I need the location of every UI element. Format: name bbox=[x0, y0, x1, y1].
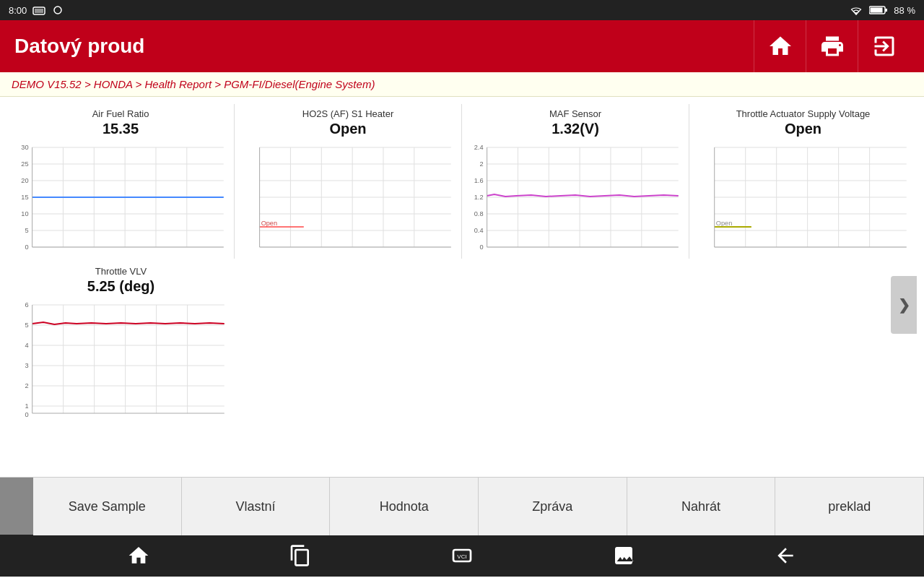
svg-text:1.2: 1.2 bbox=[474, 194, 484, 201]
nav-back-button[interactable] bbox=[774, 544, 797, 567]
svg-text:0.4: 0.4 bbox=[474, 227, 484, 234]
battery-icon bbox=[869, 5, 888, 15]
chart-throttle-actuator: Throttle Actuator Supply Voltage Open bbox=[689, 104, 917, 259]
svg-text:0: 0 bbox=[25, 411, 28, 418]
chart-label-0: Air Fuel Ratio bbox=[92, 108, 149, 119]
home-button[interactable] bbox=[754, 20, 806, 72]
chart-throttle-vlv: Throttle VLV 5.25 (deg) 6 5 bbox=[7, 262, 235, 423]
preklad-button[interactable]: preklad bbox=[775, 478, 924, 535]
toolbar-spacer bbox=[0, 478, 33, 535]
svg-text:15: 15 bbox=[21, 194, 28, 201]
svg-text:6: 6 bbox=[25, 301, 28, 309]
svg-text:5: 5 bbox=[25, 227, 28, 234]
chart-value-1: Open bbox=[329, 121, 366, 137]
exit-icon bbox=[871, 33, 897, 59]
chart-graph-3: Open bbox=[692, 140, 914, 256]
status-left: 8:00 bbox=[9, 5, 64, 16]
hodnota-button[interactable]: Hodnota bbox=[330, 478, 479, 535]
svg-text:0: 0 bbox=[25, 243, 28, 251]
nav-copy-button[interactable] bbox=[289, 544, 312, 567]
nav-copy-icon bbox=[289, 544, 312, 567]
chart-value-2: 1.32(V) bbox=[552, 121, 599, 137]
nav-image-button[interactable] bbox=[612, 544, 635, 567]
nav-back-icon bbox=[774, 544, 797, 567]
charts-row1: Air Fuel Ratio 15.35 bbox=[7, 104, 917, 259]
battery-percent: 88 % bbox=[894, 5, 915, 16]
main-content: Air Fuel Ratio 15.35 bbox=[0, 97, 924, 477]
svg-text:5: 5 bbox=[25, 322, 28, 329]
svg-text:1.6: 1.6 bbox=[474, 177, 484, 184]
svg-text:2: 2 bbox=[479, 160, 483, 168]
svg-text:Open: Open bbox=[261, 220, 277, 227]
print-button[interactable] bbox=[806, 20, 858, 72]
svg-rect-5 bbox=[871, 8, 883, 13]
chart-value-4: 5.25 (deg) bbox=[87, 278, 154, 295]
chart-value-3: Open bbox=[785, 121, 821, 137]
chart-graph-1: Open bbox=[237, 140, 458, 256]
nav-image-icon bbox=[612, 544, 635, 567]
svg-text:20: 20 bbox=[21, 177, 28, 184]
svg-text:VCI: VCI bbox=[457, 553, 466, 560]
svg-point-2 bbox=[54, 7, 61, 14]
time: 8:00 bbox=[9, 5, 27, 16]
chart-graph-2: 2.4 2 1.6 1.2 0.8 0.4 0 bbox=[465, 140, 686, 256]
next-page-button[interactable]: ❯ bbox=[891, 276, 917, 334]
chart-air-fuel-ratio: Air Fuel Ratio 15.35 bbox=[7, 104, 235, 259]
save-sample-button[interactable]: Save Sample bbox=[33, 478, 182, 535]
nahrat-button[interactable]: Nahrát bbox=[627, 478, 776, 535]
vlastni-button[interactable]: Vlastní bbox=[182, 478, 331, 535]
chart-ho2s: HO2S (AF) S1 Heater Open bbox=[235, 104, 462, 259]
header: Datový proud bbox=[0, 20, 924, 72]
nav-home-icon bbox=[127, 544, 150, 567]
svg-text:2.4: 2.4 bbox=[474, 144, 484, 151]
chart-label-1: HO2S (AF) S1 Heater bbox=[302, 108, 393, 119]
chart-value-0: 15.35 bbox=[103, 121, 139, 137]
svg-text:10: 10 bbox=[21, 210, 28, 217]
media-icon bbox=[51, 5, 64, 15]
phone-icon bbox=[32, 5, 45, 15]
chart-maf-sensor: MAF Sensor 1.32(V) 2.4 2 bbox=[462, 104, 689, 259]
breadcrumb: DEMO V15.52 > HONDA > Health Report > PG… bbox=[0, 72, 924, 97]
status-right: 88 % bbox=[849, 4, 915, 16]
header-icons bbox=[754, 20, 910, 72]
chart-label-4: Throttle VLV bbox=[95, 266, 147, 277]
svg-rect-4 bbox=[885, 9, 887, 12]
svg-rect-1 bbox=[35, 9, 43, 13]
svg-text:0.8: 0.8 bbox=[474, 210, 484, 217]
svg-text:25: 25 bbox=[21, 160, 28, 168]
wifi-icon bbox=[849, 4, 863, 16]
zprava-button[interactable]: Zpráva bbox=[479, 478, 627, 535]
bottom-toolbar: Save Sample Vlastní Hodnota Zpráva Nahrá… bbox=[0, 477, 924, 535]
chart-graph-0: 30 25 20 15 10 5 0 bbox=[10, 140, 231, 256]
nav-vci-icon: VCI bbox=[450, 544, 474, 567]
svg-text:4: 4 bbox=[25, 342, 28, 349]
home-icon bbox=[767, 33, 793, 59]
breadcrumb-text: DEMO V15.52 > HONDA > Health Report > PG… bbox=[12, 78, 375, 90]
print-icon bbox=[819, 33, 845, 59]
exit-button[interactable] bbox=[858, 20, 910, 72]
nav-home-button[interactable] bbox=[127, 544, 150, 567]
status-bar: 8:00 88 % bbox=[0, 0, 924, 20]
svg-text:Open: Open bbox=[716, 220, 733, 227]
svg-text:2: 2 bbox=[25, 382, 28, 389]
svg-text:3: 3 bbox=[25, 362, 28, 369]
header-title: Datový proud bbox=[14, 35, 144, 58]
nav-bar: VCI bbox=[0, 535, 924, 577]
chart-label-3: Throttle Actuator Supply Voltage bbox=[736, 108, 871, 119]
svg-text:30: 30 bbox=[21, 144, 28, 151]
chart-graph-4: 6 5 4 3 2 1 0 bbox=[10, 298, 232, 420]
nav-vci-button[interactable]: VCI bbox=[450, 544, 474, 567]
svg-text:1: 1 bbox=[25, 402, 28, 410]
chart-label-2: MAF Sensor bbox=[549, 108, 601, 119]
svg-text:0: 0 bbox=[479, 243, 483, 251]
